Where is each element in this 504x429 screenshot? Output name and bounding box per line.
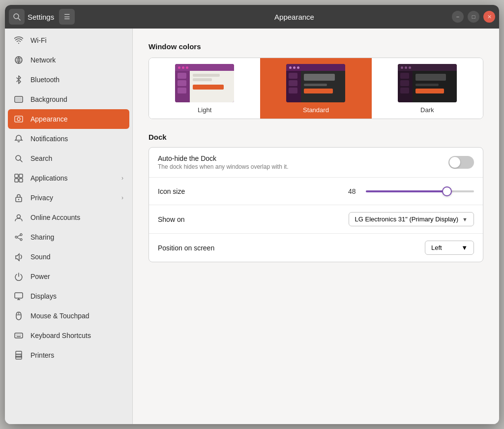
svg-line-1 — [18, 18, 20, 20]
icon-size-slider-container: 48 — [348, 187, 474, 195]
sidebar-item-power[interactable]: Power — [5, 267, 132, 286]
dock-section-title: Dock — [148, 133, 483, 141]
svg-line-23 — [17, 238, 20, 239]
close-icon: ✕ — [487, 14, 492, 20]
svg-point-20 — [15, 236, 17, 238]
sidebar-item-background[interactable]: Background — [5, 90, 132, 109]
content-area: Wi-Fi Network — [5, 29, 499, 424]
privacy-icon — [14, 193, 24, 203]
close-button[interactable]: ✕ — [483, 11, 495, 23]
dark-preview — [398, 64, 457, 102]
sidebar-item-label: Power — [30, 273, 50, 280]
online-accounts-icon — [14, 213, 24, 222]
network-icon — [14, 55, 24, 65]
svg-point-37 — [21, 355, 22, 356]
icon-size-label: Icon size — [158, 187, 237, 195]
svg-point-9 — [17, 118, 20, 121]
svg-rect-35 — [16, 351, 22, 354]
window-colors-section: Window colors — [148, 42, 483, 119]
sidebar-item-notifications[interactable]: Notifications — [5, 129, 132, 149]
appearance-icon — [14, 114, 24, 124]
sidebar-item-privacy[interactable]: Privacy › — [5, 188, 132, 208]
window-controls: − □ ✕ — [452, 11, 495, 23]
sidebar-item-label: Privacy — [30, 194, 53, 202]
sidebar-item-keyboard-shortcuts[interactable]: Keyboard Shortcuts — [5, 326, 132, 345]
sidebar-item-network[interactable]: Network — [5, 50, 132, 70]
sidebar-item-sound[interactable]: Sound — [5, 247, 132, 267]
mouse-icon — [14, 311, 24, 321]
sidebar-item-label: Appearance — [30, 115, 68, 123]
show-on-chevron-icon: ▼ — [462, 216, 468, 222]
show-on-dropdown[interactable]: LG Electronics 31" (Primary Display) ▼ — [349, 212, 474, 226]
dock-row-show-on: Show on LG Electronics 31" (Primary Disp… — [149, 205, 483, 234]
position-value: Left — [431, 244, 442, 251]
svg-line-22 — [17, 235, 20, 237]
sidebar-item-wifi[interactable]: Wi-Fi — [5, 31, 132, 50]
show-on-control: LG Electronics 31" (Primary Display) ▼ — [349, 212, 474, 226]
window-colors-grid: Light — [148, 58, 483, 119]
toggle-knob — [449, 157, 460, 168]
show-on-label: Show on — [158, 215, 237, 223]
position-dropdown[interactable]: Left ▼ — [425, 241, 474, 255]
sidebar-item-search[interactable]: Search — [5, 149, 132, 168]
sidebar-item-printers[interactable]: Printers — [5, 345, 132, 365]
search-icon — [13, 13, 21, 21]
sidebar-item-sharing[interactable]: Sharing — [5, 227, 132, 247]
sound-icon — [14, 252, 24, 262]
color-option-dark[interactable]: Dark — [372, 58, 483, 119]
displays-icon — [14, 291, 24, 301]
auto-hide-toggle[interactable] — [448, 156, 474, 169]
position-control: Left ▼ — [425, 241, 474, 255]
svg-rect-13 — [19, 174, 23, 178]
slider-thumb[interactable] — [442, 186, 452, 196]
app-name-label: Settings — [28, 13, 54, 21]
sidebar-item-label: Notifications — [30, 135, 68, 143]
sidebar-item-label: Sound — [30, 253, 50, 261]
position-chevron-icon: ▼ — [461, 244, 468, 251]
titlebar-search-button[interactable] — [9, 9, 25, 25]
titlebar-menu-button[interactable]: ☰ — [59, 9, 75, 25]
page-title: Appearance — [274, 13, 314, 21]
position-label: Position on screen — [158, 244, 237, 252]
sidebar-item-bluetooth[interactable]: Bluetooth — [5, 70, 132, 90]
titlebar-left: Settings ☰ — [9, 9, 137, 25]
standard-preview — [286, 64, 345, 102]
sidebar-item-label: Displays — [30, 292, 57, 300]
color-option-standard-label: Standard — [303, 106, 329, 114]
slider-fill — [366, 190, 447, 192]
show-on-value: LG Electronics 31" (Primary Display) — [355, 215, 459, 223]
minimize-button[interactable]: − — [452, 11, 464, 23]
sidebar-item-label: Mouse & Touchpad — [30, 312, 89, 320]
sidebar-item-applications[interactable]: Applications › — [5, 168, 132, 188]
sidebar-item-displays[interactable]: Displays — [5, 286, 132, 306]
dock-row-auto-hide: Auto-hide the Dock The dock hides when a… — [149, 148, 483, 178]
color-option-light[interactable]: Light — [149, 58, 260, 119]
svg-rect-36 — [16, 356, 22, 359]
sidebar-item-online-accounts[interactable]: Online Accounts — [5, 208, 132, 227]
color-option-standard[interactable]: Standard — [260, 58, 371, 119]
search-sidebar-icon — [14, 153, 24, 163]
svg-rect-29 — [15, 333, 23, 338]
sidebar-item-label: Wi-Fi — [30, 36, 47, 44]
sidebar-item-mouse-touchpad[interactable]: Mouse & Touchpad — [5, 306, 132, 326]
sidebar-item-label: Bluetooth — [30, 76, 59, 84]
sidebar-item-label: Applications — [30, 174, 68, 182]
svg-rect-7 — [16, 97, 22, 101]
bluetooth-icon — [14, 75, 24, 85]
dock-row-position: Position on screen Left ▼ — [149, 234, 483, 262]
sidebar-item-label: Keyboard Shortcuts — [30, 332, 91, 339]
keyboard-icon — [14, 331, 24, 340]
svg-point-18 — [17, 215, 21, 218]
maximize-icon: □ — [472, 14, 475, 20]
sidebar-item-appearance[interactable]: Appearance — [8, 109, 129, 129]
maximize-button[interactable]: □ — [468, 11, 479, 23]
printers-icon — [14, 350, 24, 360]
wifi-icon — [14, 35, 24, 45]
sidebar-item-label: Network — [30, 56, 56, 64]
titlebar-center: Appearance — [137, 13, 452, 21]
sidebar-item-label: Background — [30, 95, 67, 103]
icon-size-slider-track[interactable] — [366, 190, 474, 192]
background-icon — [14, 94, 24, 104]
titlebar: Settings ☰ Appearance − □ ✕ — [5, 5, 499, 29]
svg-rect-24 — [15, 293, 23, 298]
